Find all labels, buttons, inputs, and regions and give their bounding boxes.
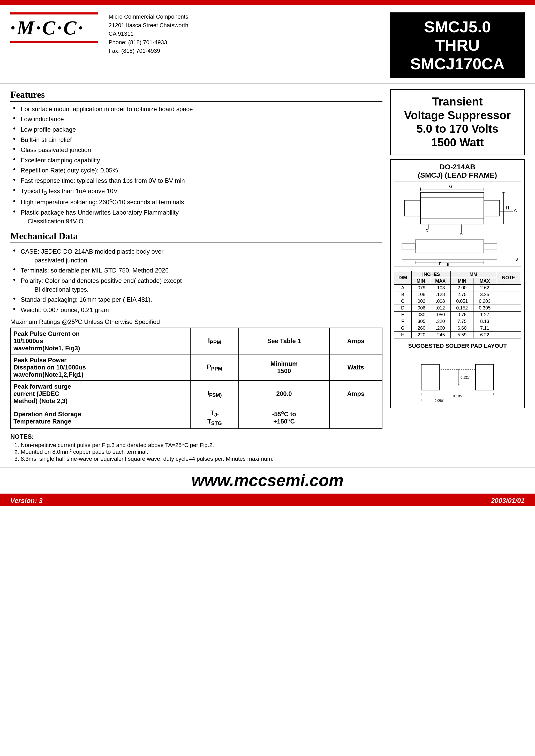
transient-line2: Voltage Suppressor (404, 109, 511, 122)
rating-symbol: IPPM (190, 328, 239, 354)
rating-name: Peak Pulse Current on10/1000uswaveform(N… (11, 328, 190, 354)
rating-name: Peak forward surgecurrent (JEDECMethod) … (11, 380, 190, 407)
feature-item: Low inductance (13, 115, 382, 124)
feature-item: Typical ID less than 1uA above 10V (13, 187, 382, 197)
logo-area: ·M·C·C· (10, 13, 98, 43)
rating-unit: Amps (329, 328, 382, 354)
table-row: D.006.0120.1520.305 (394, 305, 521, 311)
notes-title: NOTES: (10, 433, 382, 440)
rating-symbol: TJ,TSTG (190, 407, 239, 429)
rating-name: Operation And StorageTemperature Range (11, 407, 190, 429)
transient-line1: Transient (432, 95, 483, 108)
mech-item: Terminals: solderable per MIL-STD-750, M… (13, 266, 382, 275)
svg-rect-21 (484, 244, 497, 249)
svg-text:B: B (516, 257, 518, 262)
table-row: C.002.0080.0510.203 (394, 298, 521, 305)
company-info: Micro Commercial Components 21201 Itasca… (109, 13, 188, 55)
feature-item: Low profile package (13, 125, 382, 134)
rating-unit: Watts (329, 354, 382, 380)
company-address2: CA 91311 (109, 29, 188, 38)
svg-line-40 (458, 384, 459, 385)
logo-text: ·M·C·C· (10, 16, 98, 39)
main-content: Features For surface mount application i… (0, 84, 535, 462)
website-text: www.mccsemi.com (0, 468, 535, 491)
logo-top-line (10, 13, 98, 14)
solder-title: SUGGESTED SOLDER PAD LAYOUT (394, 343, 521, 349)
notes-list: Non-repetitive current pulse per Fig.3 a… (10, 442, 382, 462)
right-column: Transient Voltage Suppressor 5.0 to 170 … (388, 84, 525, 462)
mechanical-title: Mechanical Data (10, 231, 382, 243)
package-diagram: G H D A C (394, 182, 521, 266)
svg-rect-1 (405, 200, 420, 216)
ratings-table: Peak Pulse Current on10/1000uswaveform(N… (10, 327, 382, 429)
svg-rect-20 (402, 244, 415, 249)
mechanical-list: CASE: JEDEC DO-214AB molded plastic body… (13, 247, 382, 314)
feature-item: Excellent clamping capability (13, 156, 382, 165)
logo-bottom-line (10, 41, 98, 43)
features-list: For surface mount application in order t… (13, 105, 382, 225)
package-title-line1: DO-214AB (439, 163, 475, 171)
feature-item: Fast response time: typical less than 1p… (13, 176, 382, 185)
package-title-line2: (SMCJ) (LEAD FRAME) (418, 171, 497, 179)
transient-box: Transient Voltage Suppressor 5.0 to 170 … (390, 89, 525, 155)
svg-text:C: C (514, 209, 517, 213)
features-title: Features (10, 89, 382, 101)
table-row: Peak forward surgecurrent (JEDECMethod) … (11, 380, 382, 407)
table-row: Operation And StorageTemperature Range T… (11, 407, 382, 429)
mech-item: CASE: JEDEC DO-214AB molded plastic body… (13, 247, 382, 265)
max-ratings-title: Maximum Ratings @25OC Unless Otherwise S… (10, 318, 382, 325)
package-title: DO-214AB (SMCJ) (LEAD FRAME) (394, 163, 521, 180)
rating-symbol: PPPM (190, 354, 239, 380)
part-number-box: SMCJ5.0THRUSMCJ170CA (390, 13, 525, 78)
table-row: Peak Pulse Current on10/1000uswaveform(N… (11, 328, 382, 354)
company-address1: 21201 Itasca Street Chatsworth (109, 21, 188, 29)
dim-max: MAX (430, 278, 451, 284)
rating-value: -55OC to+150OC (239, 407, 329, 429)
transient-line4: 1500 Watt (431, 136, 484, 149)
rating-unit: Amps (329, 380, 382, 407)
bottom-section: www.mccsemi.com Version: 3 2003/01/01 (0, 467, 535, 506)
svg-rect-32 (475, 364, 493, 390)
part-number-title: SMCJ5.0THRUSMCJ170CA (410, 17, 504, 73)
svg-text:G: G (449, 184, 453, 189)
note-item: Non-repetitive current pulse per Fig.3 a… (21, 442, 382, 449)
rating-name: Peak Pulse PowerDisspation on 10/1000usw… (11, 354, 190, 380)
page-wrapper: ·M·C·C· Micro Commercial Components 2120… (0, 0, 535, 756)
table-row: Peak Pulse PowerDisspation on 10/1000usw… (11, 354, 382, 380)
svg-rect-19 (415, 240, 484, 253)
solder-section: SUGGESTED SOLDER PAD LAYOUT 0.185 (394, 343, 521, 405)
feature-item: Glass passivated junction (13, 146, 382, 154)
note-item: Mounted on 8.0mm2 copper pads to each te… (21, 449, 382, 455)
rating-symbol: IFSM) (190, 380, 239, 407)
svg-line-41 (459, 384, 460, 385)
transient-title: Transient Voltage Suppressor 5.0 to 170 … (393, 95, 521, 150)
footer-date: 2003/01/01 (491, 497, 525, 505)
feature-item: For surface mount application in order t… (13, 105, 382, 114)
dim-header-note: NOTE (496, 271, 521, 284)
header: ·M·C·C· Micro Commercial Components 2120… (0, 5, 535, 84)
table-row: E.030.0500.761.27 (394, 311, 521, 318)
company-phone: Phone: (818) 701-4933 (109, 38, 188, 46)
feature-item: Repetition Rate( duty cycle): 0.05% (13, 166, 382, 175)
notes-section: NOTES: Non-repetitive current pulse per … (10, 433, 382, 462)
table-row: H.220.2455.596.22 (394, 331, 521, 338)
svg-text:E: E (447, 263, 450, 266)
footer-version: Version: 3 (10, 497, 43, 505)
top-bar (0, 0, 535, 5)
svg-text:H: H (506, 206, 509, 210)
package-box: DO-214AB (SMCJ) (LEAD FRAME) (390, 159, 525, 408)
mech-item: Standard packaging: 16mm tape per ( EIA … (13, 295, 382, 304)
company-fax: Fax: (818) 701-4939 (109, 46, 188, 55)
table-row: B.108.1282.753.25 (394, 291, 521, 298)
svg-rect-31 (421, 364, 439, 390)
feature-item: High temperature soldering: 260OC/10 sec… (13, 198, 382, 207)
table-row: F.305.3207.758.13 (394, 318, 521, 325)
rating-unit (329, 407, 382, 429)
svg-rect-2 (484, 200, 499, 216)
dimensions-table: D/M INCHES MM NOTE MIN MAX MIN MAX (394, 271, 521, 338)
dim-mm-max: MAX (473, 278, 496, 284)
table-row: G.260.2606.607.11 (394, 325, 521, 331)
svg-text:D: D (426, 229, 429, 233)
company-name: Micro Commercial Components (109, 13, 188, 21)
mech-item: Polarity: Color band denotes positive en… (13, 276, 382, 294)
